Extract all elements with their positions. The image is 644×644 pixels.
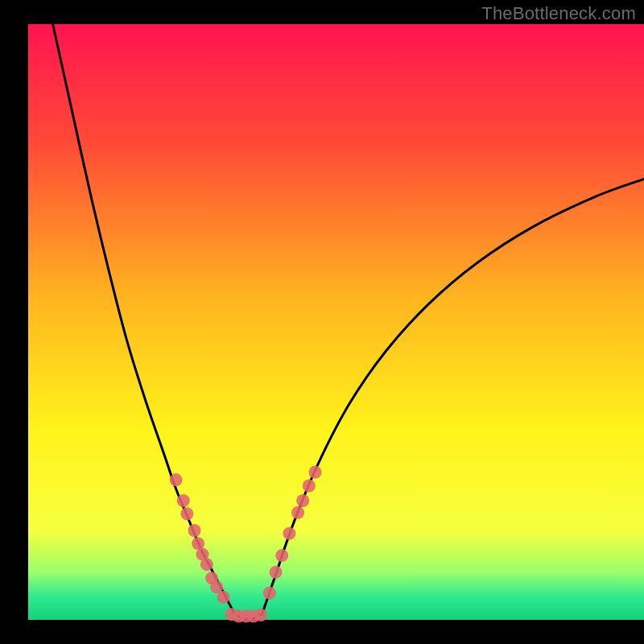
marker-dot [270, 566, 283, 579]
marker-dot [188, 524, 201, 537]
marker-dot [180, 507, 193, 520]
marker-dot [263, 587, 276, 600]
marker-dot [291, 506, 304, 519]
marker-dot [177, 494, 190, 507]
marker-dot [275, 549, 288, 562]
marker-dot [296, 494, 309, 507]
marker-dot [303, 480, 316, 493]
watermark-text: TheBottleneck.com [481, 3, 636, 24]
marker-dot [283, 527, 295, 540]
marker-dot [200, 558, 213, 571]
marker-dot [170, 473, 183, 486]
marker-dot [217, 591, 230, 604]
chart-container: { "watermark": "TheBottleneck.com", "cha… [0, 0, 644, 644]
marker-dot [308, 465, 321, 478]
plot-background [28, 24, 644, 620]
bottleneck-chart [0, 0, 644, 644]
marker-dot [254, 609, 267, 621]
